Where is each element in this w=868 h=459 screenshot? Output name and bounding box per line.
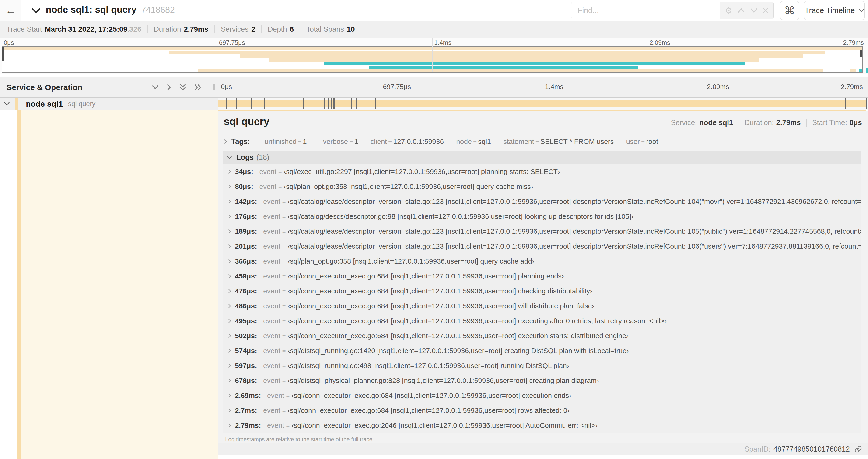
tag-item[interactable]: _unfinished=1 [254, 138, 313, 145]
log-row[interactable]: 80μs:event=‹sql/plan_opt.go:358 [nsql1,c… [223, 179, 861, 194]
back-arrow-icon: ← [6, 5, 16, 16]
log-field-value: ‹sql/catalog/lease/descriptor_version_st… [288, 227, 861, 235]
find-input[interactable] [571, 2, 720, 19]
chevron-right-icon[interactable] [228, 363, 231, 368]
log-row[interactable]: 142μs:event=‹sql/catalog/lease/descripto… [223, 194, 861, 209]
logs-count: (18) [256, 153, 269, 162]
view-selector-dropdown[interactable]: Trace Timeline [804, 1, 865, 20]
log-row[interactable]: 176μs:event=‹sql/catalog/descs/descripto… [223, 209, 861, 224]
chevron-right-icon[interactable] [228, 199, 231, 204]
ruler-tick-label: 2.79ms [841, 83, 863, 91]
next-result-icon[interactable] [750, 8, 757, 13]
equals-sign: = [280, 347, 287, 355]
trace-name: node sql1: sql query [46, 4, 136, 15]
chevron-right-icon[interactable] [228, 423, 231, 428]
collapse-all-icon[interactable] [179, 84, 186, 91]
log-event-tick [328, 98, 329, 109]
logs-list: 34μs:event=‹sql/exec_util.go:2297 [nsql1… [223, 164, 861, 433]
log-row[interactable]: 459μs:event=‹sql/conn_executor_exec.go:6… [223, 269, 861, 284]
collapse-trace-button[interactable] [31, 5, 41, 16]
log-row[interactable]: 476μs:event=‹sql/conn_executor_exec.go:6… [223, 284, 861, 299]
logs-header[interactable]: Logs (18) [223, 151, 861, 164]
chevron-right-icon[interactable] [228, 229, 231, 234]
log-row[interactable]: 678μs:event=‹sql/distsql_physical_planne… [223, 373, 861, 388]
logs-label: Logs [236, 153, 254, 162]
prev-result-icon[interactable] [738, 8, 745, 13]
log-row[interactable]: 495μs:event=‹sql/conn_executor_exec.go:6… [223, 314, 861, 328]
log-timestamp: 366μs: [235, 257, 257, 265]
log-field-key: event [263, 257, 280, 265]
chevron-right-icon[interactable] [228, 214, 231, 219]
log-row[interactable]: 2.7ms:event=‹sql/conn_executor_exec.go:6… [223, 403, 861, 418]
minimap-span [849, 69, 856, 73]
minimap-span [169, 51, 825, 54]
equals-sign: = [280, 288, 287, 295]
log-field-value: ‹sql/conn_executor_exec.go:684 [nsql1,cl… [288, 317, 666, 325]
chevron-right-icon[interactable] [228, 348, 231, 353]
chevron-right-icon[interactable] [228, 273, 231, 279]
log-row[interactable]: 201μs:event=‹sql/catalog/lease/descripto… [223, 239, 861, 254]
log-event-tick [375, 98, 376, 109]
log-field-value: ‹sql/conn_executor_exec.go:684 [nsql1,cl… [288, 287, 592, 295]
chevron-right-icon[interactable] [228, 393, 231, 398]
chevron-right-icon[interactable] [228, 259, 231, 264]
locate-icon[interactable] [725, 6, 733, 14]
tag-item[interactable]: statement=SELECT * FROM users [497, 138, 620, 145]
ruler-tick-label: 697.75μs [383, 83, 411, 91]
back-button[interactable]: ← [0, 0, 22, 21]
chevron-right-icon[interactable] [228, 333, 231, 338]
chevron-right-icon[interactable] [228, 289, 231, 294]
chevron-right-icon[interactable] [228, 318, 231, 324]
timeline-minimap[interactable]: 0μs697.75μs1.4ms2.09ms2.79ms [0, 38, 868, 74]
tag-item[interactable]: _verbose=1 [313, 138, 364, 145]
minimap-span [859, 69, 862, 73]
log-row[interactable]: 2.69ms:event=‹sql/conn_executor_exec.go:… [223, 388, 861, 403]
ruler-tick-label: 2.09ms [707, 83, 729, 91]
log-timestamp: 459μs: [235, 272, 257, 280]
chevron-right-icon[interactable] [228, 408, 231, 413]
tag-item[interactable]: user=root [620, 138, 664, 145]
log-row[interactable]: 366μs:event=‹sql/plan_opt.go:358 [nsql1,… [223, 254, 861, 269]
equals-sign: = [297, 138, 303, 145]
log-field-key: event [263, 227, 280, 235]
collapse-one-icon[interactable] [152, 85, 159, 90]
tag-item[interactable]: node=sql1 [450, 138, 497, 145]
log-row[interactable]: 34μs:event=‹sql/exec_util.go:2297 [nsql1… [223, 164, 861, 179]
equals-sign: = [280, 228, 287, 235]
detail-meta-value: 0μs [849, 119, 862, 127]
view-selector-label: Trace Timeline [805, 6, 855, 15]
keyboard-shortcuts-button[interactable]: ⌘ [780, 1, 799, 20]
equals-sign: = [280, 362, 287, 369]
chevron-right-icon[interactable] [228, 244, 231, 249]
equals-sign: = [472, 138, 478, 145]
chevron-down-icon[interactable] [4, 102, 10, 106]
tags-label: Tags: [231, 137, 250, 146]
log-row[interactable]: 502μs:event=‹sql/conn_executor_exec.go:6… [223, 328, 861, 343]
chevron-right-icon[interactable] [228, 184, 231, 189]
span-service-name: node sql1 [26, 99, 63, 108]
ruler-gridline [218, 77, 218, 97]
log-row[interactable]: 486μs:event=‹sql/conn_executor_exec.go:6… [223, 299, 861, 314]
expand-one-icon[interactable] [166, 84, 171, 91]
chevron-right-icon[interactable] [228, 303, 231, 308]
span-row-name-cell[interactable]: node sql1 sql query [0, 98, 218, 110]
chevron-right-icon[interactable] [228, 169, 231, 174]
log-row[interactable]: 597μs:event=‹sql/distsql_running.go:498 … [223, 358, 861, 373]
clear-find-icon[interactable] [763, 7, 769, 13]
summary-label: Duration [154, 25, 181, 34]
chevron-right-icon[interactable] [228, 378, 231, 383]
column-resizer-handle[interactable] [213, 84, 216, 93]
log-event-tick [226, 98, 226, 109]
span-detail-accent-line [218, 110, 866, 111]
log-row[interactable]: 574μs:event=‹sql/distsql_running.go:1420… [223, 343, 861, 358]
detail-meta-label: Service: [671, 119, 697, 127]
tag-item[interactable]: client=127.0.0.1:59936 [364, 138, 450, 145]
link-icon[interactable] [854, 445, 862, 453]
log-row[interactable]: 189μs:event=‹sql/catalog/lease/descripto… [223, 224, 861, 239]
expand-all-icon[interactable] [194, 84, 202, 91]
expand-collapse-controls [152, 77, 202, 97]
span-row-timeline-cell[interactable] [218, 98, 868, 110]
tags-section[interactable]: Tags: _unfinished=1_verbose=1client=127.… [223, 135, 861, 148]
log-row[interactable]: 2.79ms:event=‹sql/conn_executor_exec.go:… [223, 418, 861, 433]
summary-value: 2.79ms [184, 25, 208, 34]
